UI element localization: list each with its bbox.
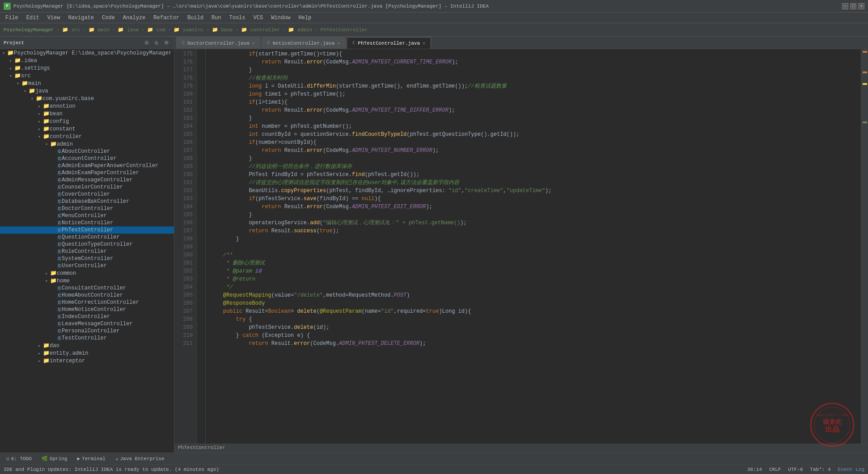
line-num-196: 196 — [174, 219, 193, 227]
tree-item-entity.admin[interactable]: ▸ 📁 entity.admin — [0, 349, 174, 357]
bottom-tab-spring[interactable]: 🌿 Spring — [37, 454, 72, 464]
maximize-button[interactable]: □ — [850, 3, 856, 9]
tree-item-PhTestController[interactable]: C PhTestController — [0, 227, 174, 234]
tree-item-common[interactable]: ▸ 📁 common — [0, 269, 174, 277]
tree-item-PersonalController[interactable]: C PersonalController — [0, 327, 174, 335]
menu-window[interactable]: Window — [267, 14, 294, 22]
bottom-tab-todo[interactable]: ☑ 6: TODO — [2, 454, 36, 464]
breadcrumb-main[interactable]: 📁 main — [89, 27, 110, 33]
tree-item-DatabaseBakController[interactable]: C DatabaseBakController — [0, 198, 174, 205]
tree-item-AdminExamPaperAnswerController[interactable]: C AdminExamPaperAnswerController — [0, 162, 174, 169]
tree-item-ConsultantController[interactable]: C ConsultantController — [0, 285, 174, 292]
tree-item-AdminMessageController[interactable]: C AdminMessageController — [0, 176, 174, 184]
tree-item-AdminExamPaperController[interactable]: C AdminExamPaperController — [0, 169, 174, 176]
menu-code[interactable]: Code — [98, 14, 119, 22]
sidebar-header: Project ⚙ ⇅ ⊞ — [0, 37, 174, 49]
close-button[interactable]: ✕ — [858, 3, 864, 9]
menu-help[interactable]: Help — [295, 14, 315, 22]
tree-item-MenuController[interactable]: C MenuController — [0, 212, 174, 219]
expand-icon[interactable]: ⊞ — [162, 39, 170, 47]
tree-item-AccountController[interactable]: C AccountController — [0, 155, 174, 162]
folder-icon: 📁 — [50, 270, 57, 277]
tree-item-QuestionController[interactable]: C QuestionController — [0, 234, 174, 241]
tree-item-SystemController[interactable]: C SystemController — [0, 255, 174, 262]
bottom-tab-java-enterprise[interactable]: ☕ Java Enterprise — [111, 454, 169, 464]
tree-item-controller[interactable]: ▾ 📁 controller — [0, 133, 174, 140]
tab-doctor[interactable]: C DoctorController.java ✕ — [176, 37, 261, 49]
tree-item-AboutController[interactable]: C AboutController — [0, 148, 174, 155]
tree-item-java[interactable]: ▾ 📁 java — [0, 87, 174, 95]
tab-phtest-label: PhTestController.java — [358, 41, 420, 46]
tree-label: PersonalController — [62, 328, 120, 334]
tree-item-main[interactable]: ▾ 📁 main — [0, 80, 174, 87]
tree-item-root[interactable]: ▾ 📁 PsychologyManager E:\idea_space\Psyc… — [0, 49, 174, 57]
tree-item-IndexController[interactable]: C IndexController — [0, 313, 174, 320]
tree-arrow: ▸ — [36, 104, 43, 109]
tree-label: .settings — [21, 65, 50, 71]
breadcrumb-src[interactable]: 📁 src — [62, 27, 80, 33]
menu-analyze[interactable]: Analyze — [119, 14, 149, 22]
settings-icon[interactable]: ⚙ — [143, 39, 151, 47]
breadcrumb-com[interactable]: 📁 com — [147, 27, 165, 33]
tree-item-admin[interactable]: ▾ 📁 admin — [0, 140, 174, 148]
tab-doctor-close[interactable]: ✕ — [252, 41, 255, 46]
tree-label: PsychologyManager E:\idea_space\Psycholo… — [14, 50, 172, 56]
tree-item-interceptor[interactable]: ▸ 📁 interceptor — [0, 357, 174, 365]
tree-item-HomeCorrectionController[interactable]: C HomeCorrectionController — [0, 299, 174, 306]
tree-item-CoverController[interactable]: C CoverController — [0, 191, 174, 198]
tree-item-config[interactable]: ▸ 📁 config — [0, 117, 174, 125]
tree-item-home[interactable]: ▾ 📁 home — [0, 277, 174, 285]
breadcrumb-base[interactable]: 📁 base — [212, 27, 233, 33]
tree-item-RoleController[interactable]: C RoleController — [0, 248, 174, 255]
tree-item-NoticeController[interactable]: C NoticeController — [0, 219, 174, 227]
line-num-178: 178 — [174, 74, 193, 82]
menu-view[interactable]: View — [44, 14, 64, 22]
code-editor[interactable]: if(startTime.getTime()<time){ return Res… — [206, 49, 861, 444]
code-line-193: if(phTestService.save(findById) == null)… — [210, 195, 861, 203]
tree-item-constant[interactable]: ▸ 📁 constant — [0, 125, 174, 133]
tab-notice[interactable]: C NoticeController.java ✕ — [262, 37, 346, 49]
tree-item-settings[interactable]: ▸ 📁 .settings — [0, 64, 174, 72]
breadcrumb-yuanlrc[interactable]: 📁 yuanlrc — [174, 27, 203, 33]
tree-item-QuestionTypeController[interactable]: C QuestionTypeController — [0, 241, 174, 248]
tree-item-com[interactable]: ▾ 📁 com.yuanlrc.base — [0, 95, 174, 102]
menu-tools[interactable]: Tools — [226, 14, 249, 22]
event-log[interactable]: Event Log — [838, 467, 864, 472]
project-name[interactable]: PsychologyManager — [4, 27, 54, 33]
tree-item-TestController[interactable]: C TestController — [0, 335, 174, 342]
tree-item-UserController[interactable]: C UserController — [0, 262, 174, 269]
tree-item-bean[interactable]: ▸ 📁 bean — [0, 110, 174, 117]
tree-item-HomeNoticeController[interactable]: C HomeNoticeController — [0, 306, 174, 313]
breadcrumb-java[interactable]: 📁 java — [118, 27, 139, 33]
tree-item-CounselorController[interactable]: C CounselorController — [0, 184, 174, 191]
menu-navigate[interactable]: Navigate — [64, 14, 97, 22]
breadcrumb-phtest[interactable]: PhTestController — [321, 27, 368, 33]
window-controls[interactable]: ─ □ ✕ — [842, 3, 864, 9]
tab-phtest[interactable]: C PhTestController.java ✕ — [347, 37, 431, 49]
menu-edit[interactable]: Edit — [23, 14, 43, 22]
menu-vcs[interactable]: VCS — [250, 14, 267, 22]
tab-phtest-close[interactable]: ✕ — [423, 41, 425, 46]
tree-item-idea[interactable]: ▸ 📁 .idea — [0, 57, 174, 64]
sort-icon[interactable]: ⇅ — [152, 39, 161, 47]
line-num-208: 208 — [174, 315, 193, 323]
menu-refactor[interactable]: Refactor — [150, 14, 183, 22]
menu-build[interactable]: Build — [184, 14, 207, 22]
bottom-tab-terminal[interactable]: ▶ Terminal — [72, 454, 110, 464]
tree-item-HomeAboutController[interactable]: C HomeAboutController — [0, 292, 174, 299]
breadcrumb-controller[interactable]: 📁 controller — [241, 27, 280, 33]
tab-notice-close[interactable]: ✕ — [337, 41, 340, 46]
tree-item-DoctorController[interactable]: C DoctorController — [0, 205, 174, 212]
menu-run[interactable]: Run — [208, 14, 225, 22]
folder-icon: 📁 — [43, 110, 50, 117]
menu-file[interactable]: File — [2, 14, 22, 22]
tree-item-src[interactable]: ▾ 📁 src — [0, 72, 174, 80]
code-line-197: return Result.success(true); — [210, 227, 861, 235]
tree-item-LeaveMessageController[interactable]: C LeaveMessageController — [0, 320, 174, 327]
breadcrumb-admin[interactable]: 📁 admin — [288, 27, 312, 33]
tree-item-annotion[interactable]: ▸ 📁 annotion — [0, 102, 174, 110]
minimize-button[interactable]: ─ — [842, 3, 848, 9]
code-line-203: * @return — [210, 275, 861, 283]
code-line-194: return Result.error(CodeMsg.ADMIN_PHTEST… — [210, 203, 861, 211]
tree-item-dao[interactable]: ▸ 📁 dao — [0, 342, 174, 349]
